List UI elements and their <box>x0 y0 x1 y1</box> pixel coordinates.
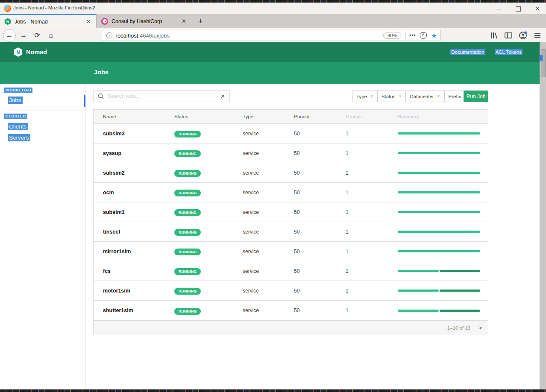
status-badge: RUNNING <box>174 229 201 236</box>
tab-consul[interactable]: Consul by HashiCorp ✕ <box>97 14 191 28</box>
tab-jobs-nomad[interactable]: N Jobs - Nomad ✕ <box>0 14 97 28</box>
search-icon <box>98 93 104 99</box>
window-title: Jobs - Nomad - Mozilla Firefox@tins2 <box>13 5 95 10</box>
nomad-brand[interactable]: N Nomad <box>14 47 47 57</box>
page-scrollbar[interactable] <box>540 42 546 389</box>
status-badge: RUNNING <box>174 308 201 315</box>
sidebar-toggle-icon[interactable] <box>504 31 513 40</box>
column-priority[interactable]: Priority <box>294 114 346 119</box>
new-tab-button[interactable]: + <box>195 16 206 27</box>
window-close-button[interactable]: ✕ <box>535 6 540 11</box>
table-row[interactable]: ocm RUNNING service 50 1 <box>94 183 488 202</box>
acl-tokens-link[interactable]: ACL Tokens <box>495 49 523 55</box>
search-clear-icon[interactable]: ✕ <box>220 93 225 99</box>
filter-group: Type▼ Status▼ Datacenter▼ Prefix▼ <box>352 91 472 102</box>
table-row[interactable]: mirror1sim RUNNING service 50 1 <box>94 242 488 261</box>
search-placeholder: Search jobs... <box>108 93 220 99</box>
account-icon[interactable] <box>519 31 527 40</box>
run-job-button[interactable]: Run Job <box>464 91 488 102</box>
consul-favicon <box>101 18 108 25</box>
job-type: service <box>243 170 294 176</box>
table-row[interactable]: shutter1sim RUNNING service 50 1 <box>94 301 488 320</box>
documentation-link[interactable]: Documentation <box>450 49 485 55</box>
scrollbar-selection-mark <box>540 55 543 61</box>
summary-bar <box>398 310 480 312</box>
forward-button[interactable]: → <box>18 30 29 41</box>
job-type: service <box>243 190 294 196</box>
filter-datacenter[interactable]: Datacenter▼ <box>406 91 444 102</box>
maximize-button[interactable] <box>516 6 521 11</box>
sidebar-section-cluster: CLUSTER <box>4 114 27 119</box>
column-groups: Groups <box>346 114 398 119</box>
window-title-bar: Jobs - Nomad - Mozilla Firefox@tins2 ✕ <box>0 3 546 14</box>
status-badge: RUNNING <box>174 131 201 137</box>
url-text[interactable]: localhost:4646/ui/jobs <box>116 32 383 39</box>
job-type: service <box>243 268 294 274</box>
url-bar[interactable]: i localhost:4646/ui/jobs 80% ••• ★ <box>102 30 441 41</box>
column-name[interactable]: Name <box>103 114 174 119</box>
minimize-button[interactable] <box>496 6 502 11</box>
sidebar-item-clients[interactable]: Clients <box>8 123 28 130</box>
summary-bar <box>398 250 480 252</box>
site-info-icon[interactable]: i <box>106 32 112 38</box>
job-name: shutter1sim <box>103 307 174 313</box>
home-button[interactable]: ⌂ <box>45 30 56 41</box>
tab-close-icon[interactable]: ✕ <box>182 18 186 24</box>
job-priority: 50 <box>294 190 346 196</box>
sidebar-section-workload: WORKLOAD <box>4 88 32 93</box>
summary-bar <box>398 191 480 193</box>
tab-separator <box>192 17 192 25</box>
sidebar-divider <box>4 111 81 111</box>
firefox-icon <box>4 5 11 12</box>
sidebar-item-servers[interactable]: Servers <box>8 134 30 141</box>
table-body: subsim3 RUNNING service 50 1 syssup RUNN… <box>94 124 488 320</box>
table-row[interactable]: subsim1 RUNNING service 50 1 <box>94 202 488 222</box>
pocket-icon[interactable] <box>420 32 427 39</box>
table-row[interactable]: tinsccf RUNNING service 50 1 <box>94 222 488 242</box>
search-input[interactable]: Search jobs... ✕ <box>93 90 230 102</box>
jobs-table: Name Status Type Priority Groups Summary… <box>93 109 488 335</box>
table-row[interactable]: syssup RUNNING service 50 1 <box>94 143 488 163</box>
sidebar-item-jobs[interactable]: Jobs <box>8 97 23 104</box>
job-name: tinsccf <box>103 229 174 235</box>
table-row[interactable]: subsim2 RUNNING service 50 1 <box>94 163 488 183</box>
page-actions-icon[interactable]: ••• <box>409 32 416 38</box>
summary-bar <box>398 152 480 154</box>
job-groups: 1 <box>346 150 398 156</box>
table-row[interactable]: fcs RUNNING service 50 1 <box>94 261 488 281</box>
job-groups: 1 <box>346 249 398 255</box>
active-item-indicator <box>84 95 85 107</box>
table-row[interactable]: motor1sim RUNNING service 50 1 <box>94 281 488 301</box>
reload-button[interactable]: ⟳ <box>32 30 43 41</box>
filter-type[interactable]: Type▼ <box>352 91 378 102</box>
job-priority: 50 <box>294 268 346 274</box>
menu-hamburger-icon[interactable] <box>533 31 542 40</box>
job-priority: 50 <box>294 288 346 294</box>
job-groups: 1 <box>346 190 398 196</box>
library-icon[interactable] <box>490 31 498 40</box>
job-groups: 1 <box>346 307 398 313</box>
summary-bar <box>398 270 480 272</box>
job-name: motor1sim <box>103 288 174 294</box>
job-priority: 50 <box>294 307 346 313</box>
pagination-next-button[interactable]: > <box>479 325 482 331</box>
column-type[interactable]: Type <box>243 114 294 119</box>
nomad-header: N Nomad Documentation ACL Tokens <box>0 42 540 62</box>
back-button[interactable]: ← <box>3 29 16 42</box>
bookmark-star-icon[interactable]: ★ <box>431 32 437 40</box>
job-type: service <box>243 288 294 294</box>
job-priority: 50 <box>294 249 346 255</box>
job-name: syssup <box>103 150 174 156</box>
summary-bar <box>398 231 480 233</box>
job-groups: 1 <box>346 268 398 274</box>
filter-status[interactable]: Status▼ <box>378 91 406 102</box>
table-footer: 1–10 of 13 > <box>94 320 488 335</box>
table-row[interactable]: subsim3 RUNNING service 50 1 <box>94 124 488 143</box>
tab-close-icon[interactable]: ✕ <box>86 18 91 25</box>
scrollbar-thumb[interactable] <box>541 49 546 77</box>
column-status[interactable]: Status <box>174 114 243 119</box>
sidebar: WORKLOAD Jobs CLUSTER Clients Servers <box>0 84 85 389</box>
job-groups: 1 <box>346 288 398 294</box>
browser-toolbar: ← → ⟳ ⌂ i localhost:4646/ui/jobs 80% •••… <box>0 28 546 42</box>
zoom-level-badge[interactable]: 80% <box>383 32 401 39</box>
